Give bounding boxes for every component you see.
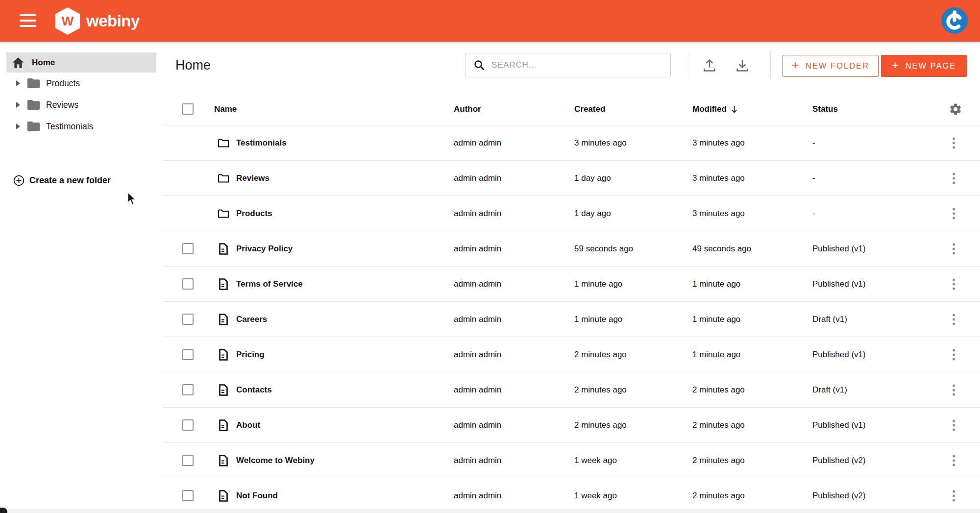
row-checkbox[interactable] xyxy=(182,455,194,466)
table-settings-gear-icon[interactable] xyxy=(949,102,962,116)
row-actions-menu-button[interactable] xyxy=(951,347,957,362)
main-content: Home + NEW FO xyxy=(163,42,980,513)
row-actions-menu-button[interactable] xyxy=(951,135,957,150)
row-name[interactable]: Careers xyxy=(236,315,267,324)
row-checkbox[interactable] xyxy=(182,349,194,360)
sort-descending-icon xyxy=(731,105,738,114)
row-checkbox[interactable] xyxy=(182,314,194,325)
toolbar-divider xyxy=(770,51,771,78)
page-icon xyxy=(217,278,230,291)
table-row[interactable]: Testimonials admin admin 3 minutes ago 3… xyxy=(163,125,980,161)
row-actions-menu-button[interactable] xyxy=(951,171,957,186)
row-checkbox[interactable] xyxy=(182,278,194,290)
row-name[interactable]: Reviews xyxy=(236,173,270,183)
table-row[interactable]: Contacts admin admin 2 minutes ago 2 min… xyxy=(163,372,980,408)
row-status-badge: - xyxy=(812,173,815,183)
column-header-name[interactable]: Name xyxy=(214,104,237,114)
row-actions-menu-button[interactable] xyxy=(951,241,957,256)
row-name[interactable]: About xyxy=(236,420,260,430)
sidebar-folder-reviews[interactable]: Reviews xyxy=(0,94,163,116)
new-folder-button[interactable]: + NEW FOLDER xyxy=(783,55,879,77)
row-name[interactable]: Products xyxy=(236,209,272,219)
column-header-author[interactable]: Author xyxy=(454,104,481,114)
column-header-status[interactable]: Status xyxy=(812,104,838,114)
caret-right-icon[interactable] xyxy=(16,123,20,129)
table-row[interactable]: Reviews admin admin 1 day ago 3 minutes … xyxy=(163,161,980,196)
table-header: Name Author Created Modified Status xyxy=(163,93,980,125)
row-created: 2 minutes ago xyxy=(574,420,627,430)
row-created: 1 minute ago xyxy=(574,279,622,289)
export-download-icon[interactable] xyxy=(735,58,750,73)
row-status-badge: Published (v2) xyxy=(812,491,866,501)
table-row[interactable]: Welcome to Webiny admin admin 1 week ago… xyxy=(163,443,980,478)
row-actions-menu-button[interactable] xyxy=(951,417,957,433)
search-input[interactable] xyxy=(491,60,670,70)
row-type-icon xyxy=(217,137,230,149)
create-folder-label: Create a new folder xyxy=(29,175,111,186)
row-modified: 3 minutes ago xyxy=(692,138,745,148)
import-upload-icon[interactable] xyxy=(702,58,717,73)
row-created: 1 week ago xyxy=(574,456,617,465)
row-name[interactable]: Pricing xyxy=(236,350,265,360)
row-created: 1 minute ago xyxy=(574,315,622,324)
row-actions-menu-button[interactable] xyxy=(951,276,957,292)
row-actions-menu-button[interactable] xyxy=(951,312,957,327)
row-author: admin admin xyxy=(454,209,501,219)
create-new-folder-button[interactable]: Create a new folder xyxy=(0,171,111,190)
plus-circle-icon xyxy=(13,175,24,186)
row-name[interactable]: Testimonials xyxy=(236,138,287,148)
sidebar-folder-products[interactable]: Products xyxy=(0,73,163,94)
row-name[interactable]: Contacts xyxy=(236,385,272,395)
row-created: 2 minutes ago xyxy=(574,350,627,360)
row-name[interactable]: Privacy Policy xyxy=(236,244,293,254)
table-row[interactable]: Terms of Service admin admin 1 minute ag… xyxy=(163,267,980,302)
row-author: admin admin xyxy=(454,173,501,183)
table-row[interactable]: Pricing admin admin 2 minutes ago 1 minu… xyxy=(163,337,980,372)
row-status-badge: Published (v1) xyxy=(812,420,866,430)
select-all-checkbox[interactable] xyxy=(182,103,194,115)
row-actions-menu-button[interactable] xyxy=(951,453,957,468)
row-created: 1 day ago xyxy=(574,209,611,219)
user-avatar-icon[interactable] xyxy=(941,7,968,34)
search-box xyxy=(466,53,671,77)
sidebar-folder-label: Testimonials xyxy=(46,122,93,132)
row-status-badge: Published (v1) xyxy=(812,244,866,254)
page-title: Home xyxy=(175,58,211,73)
row-name[interactable]: Not Found xyxy=(236,491,278,501)
sidebar-folder-testimonials[interactable]: Testimonials xyxy=(0,116,163,137)
row-actions-menu-button[interactable] xyxy=(951,382,957,397)
table-row[interactable]: Careers admin admin 1 minute ago 1 minut… xyxy=(163,302,980,337)
home-icon xyxy=(12,57,24,69)
sidebar-folder-label: Products xyxy=(46,78,80,89)
folder-tree: Products Reviews Testimonials xyxy=(0,73,163,137)
row-name[interactable]: Terms of Service xyxy=(236,279,303,289)
row-author: admin admin xyxy=(454,315,501,324)
row-author: admin admin xyxy=(454,244,501,254)
row-checkbox[interactable] xyxy=(182,243,194,254)
row-checkbox[interactable] xyxy=(182,490,194,501)
table-row[interactable]: About admin admin 2 minutes ago 2 minute… xyxy=(163,408,980,443)
new-page-label: NEW PAGE xyxy=(906,61,956,71)
column-header-created[interactable]: Created xyxy=(574,104,605,114)
folder-filled-icon xyxy=(27,99,40,110)
row-actions-menu-button[interactable] xyxy=(951,206,957,221)
column-header-modified[interactable]: Modified xyxy=(692,104,738,114)
row-type-icon xyxy=(217,454,230,467)
caret-right-icon[interactable] xyxy=(16,102,20,108)
row-name[interactable]: Welcome to Webiny xyxy=(236,456,315,465)
table-row[interactable]: Not Found admin admin 1 week ago 2 minut… xyxy=(163,478,980,513)
new-page-button[interactable]: + NEW PAGE xyxy=(881,55,967,77)
table-row[interactable]: Privacy Policy admin admin 59 seconds ag… xyxy=(163,231,980,267)
row-checkbox[interactable] xyxy=(182,384,194,395)
row-actions-menu-button[interactable] xyxy=(951,488,957,503)
table-row[interactable]: Products admin admin 1 day ago 3 minutes… xyxy=(163,196,980,231)
row-checkbox[interactable] xyxy=(182,419,194,431)
sidebar-item-home[interactable]: Home xyxy=(6,52,156,73)
row-author: admin admin xyxy=(454,491,501,501)
plus-icon: + xyxy=(792,58,800,72)
caret-right-icon[interactable] xyxy=(16,80,20,86)
hamburger-menu-icon[interactable] xyxy=(20,13,36,28)
row-created: 3 minutes ago xyxy=(574,138,627,148)
row-author: admin admin xyxy=(454,456,501,465)
svg-text:W: W xyxy=(62,14,74,28)
